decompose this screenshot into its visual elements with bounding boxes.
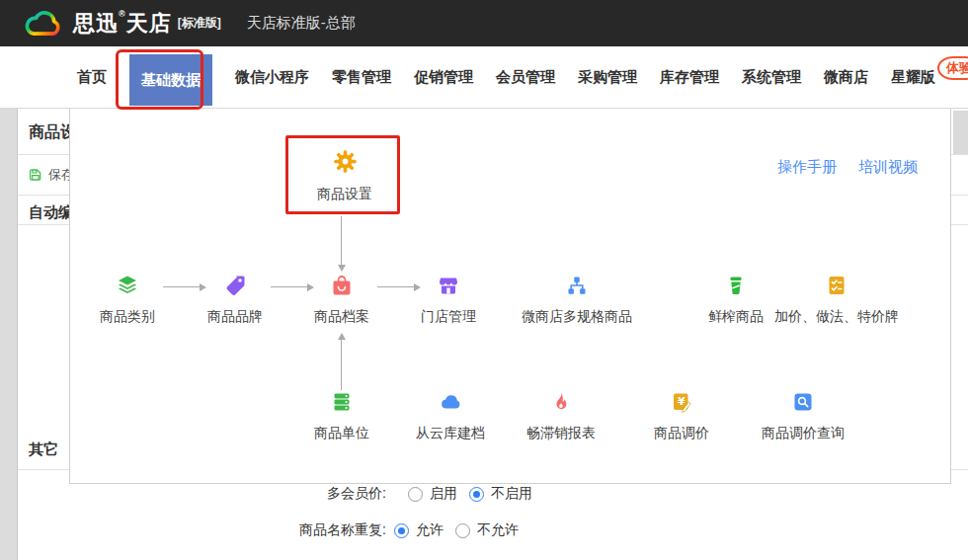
app-window: 思迅®天店 [标准版] 天店标准版-总部 首页 基础数据 微信小程序 零售管理 … (0, 0, 968, 560)
nav-item-promotion-mgmt[interactable]: 促销管理 (414, 46, 473, 108)
nav-item-member-mgmt[interactable]: 会员管理 (496, 46, 555, 108)
radio-unselected[interactable] (408, 487, 423, 502)
option-disable[interactable]: 不启用 (469, 485, 532, 503)
dropdown-item-markup-method-special[interactable]: 加价、做法、特价牌 (733, 274, 940, 326)
dropdown-item-microstore-multi-spec[interactable]: 微商店多规格商品 (503, 274, 651, 326)
dropdown-item-price-adjust[interactable]: ¥ 商品调价 (637, 390, 726, 442)
option-disallow[interactable]: 不允许 (455, 521, 519, 539)
connector-arrow-down (341, 216, 342, 266)
dropdown-item-goods-archive[interactable]: 商品档案 (297, 274, 386, 326)
radio-selected[interactable] (394, 523, 409, 538)
radio-unselected[interactable] (455, 523, 470, 538)
main-nav: 首页 基础数据 微信小程序 零售管理 促销管理 会员管理 采购管理 库存管理 系… (0, 46, 968, 109)
yuan-edit-icon: ¥ (670, 390, 693, 414)
option-allow[interactable]: 允许 (394, 521, 444, 539)
connector-arrow-up (341, 339, 342, 390)
node-label: 微商店多规格商品 (522, 308, 632, 326)
nav-item-retail-mgmt[interactable]: 零售管理 (332, 46, 391, 108)
basic-data-mega-menu: 操作手册 培训视频 商品设置 (69, 109, 951, 484)
nav-item-inventory-mgmt[interactable]: 库存管理 (660, 46, 719, 108)
field-label: 多会员价: (18, 485, 386, 503)
page-left-margin (0, 109, 17, 560)
node-label: 商品调价查询 (762, 425, 845, 442)
search-square-icon (791, 390, 815, 414)
checklist-icon (825, 274, 848, 297)
topbar: 思迅®天店 [标准版] 天店标准版-总部 (0, 0, 968, 46)
server-stack-icon (330, 390, 354, 414)
node-label: 商品品牌 (207, 308, 263, 326)
node-label: 加价、做法、特价牌 (774, 308, 899, 326)
help-links: 操作手册 培训视频 (777, 158, 918, 177)
option-label: 启用 (430, 485, 457, 503)
workspace-title: 天店标准版-总部 (247, 14, 356, 33)
manual-link[interactable]: 操作手册 (777, 158, 837, 177)
cloud-icon (439, 390, 462, 414)
node-label: 商品设置 (317, 186, 372, 203)
shopping-bag-icon (330, 274, 354, 297)
node-label: 商品调价 (654, 425, 709, 442)
registered-mark: ® (119, 9, 126, 19)
brand-title: 思迅®天店 (73, 9, 172, 39)
gradient-cloud-logo-icon (22, 8, 65, 40)
save-floppy-icon (28, 167, 43, 183)
nav-item-label: 星耀版 (891, 68, 935, 87)
node-label: 畅滞销报表 (526, 425, 596, 442)
dropdown-item-goods-category[interactable]: 商品类别 (83, 274, 172, 326)
dropdown-item-goods-brand[interactable]: 商品品牌 (191, 274, 280, 326)
dropdown-item-price-adjust-query[interactable]: 商品调价查询 (739, 390, 867, 442)
nav-item-system-mgmt[interactable]: 系统管理 (742, 46, 801, 108)
dropdown-item-sales-report[interactable]: 畅滞销报表 (507, 390, 615, 442)
dropdown-item-store-mgmt[interactable]: 门店管理 (404, 274, 493, 326)
save-button[interactable]: 保存 (28, 166, 74, 184)
flame-icon (549, 390, 573, 414)
training-video-link[interactable]: 培训视频 (858, 158, 918, 177)
name-duplicate-row: 商品名称重复: 允许 不允许 (18, 521, 968, 539)
nav-item-micro-store[interactable]: 微商店 (824, 46, 868, 108)
scrollbar-thumb[interactable] (953, 111, 968, 154)
gear-icon (332, 148, 359, 175)
edition-label: [标准版] (178, 15, 221, 32)
nav-item-star-edition[interactable]: 星耀版 体验 (891, 46, 968, 108)
node-label: 从云库建档 (416, 425, 485, 442)
layers-icon (116, 274, 139, 297)
tag-icon (223, 274, 247, 297)
option-label: 不允许 (477, 521, 519, 539)
radio-selected[interactable] (469, 487, 484, 502)
nav-item-basic-data[interactable]: 基础数据 (129, 54, 212, 106)
node-label: 商品类别 (100, 308, 155, 326)
node-label: 商品单位 (314, 425, 369, 442)
nav-item-home[interactable]: 首页 (77, 46, 107, 108)
dropdown-item-cloud-archive[interactable]: 从云库建档 (396, 390, 505, 442)
svg-text:¥: ¥ (678, 395, 686, 408)
field-label: 商品名称重复: (18, 521, 386, 539)
section-other: 其它 (29, 440, 58, 459)
multi-member-price-row: 多会员价: 启用 不启用 (18, 485, 968, 503)
option-label: 允许 (416, 521, 444, 539)
node-label: 门店管理 (421, 308, 476, 326)
option-label: 不启用 (491, 485, 532, 503)
dropdown-item-goods-settings[interactable]: 商品设置 (288, 148, 401, 203)
nav-item-wechat-mini-program[interactable]: 微信小程序 (235, 46, 309, 108)
hierarchy-icon (565, 274, 589, 297)
node-label: 商品档案 (314, 308, 369, 326)
nav-item-purchase-mgmt[interactable]: 采购管理 (578, 46, 637, 108)
dropdown-item-goods-unit[interactable]: 商品单位 (297, 390, 386, 442)
trial-badge[interactable]: 体验 (937, 56, 968, 80)
option-enable[interactable]: 启用 (408, 485, 457, 503)
storefront-icon (437, 274, 460, 297)
